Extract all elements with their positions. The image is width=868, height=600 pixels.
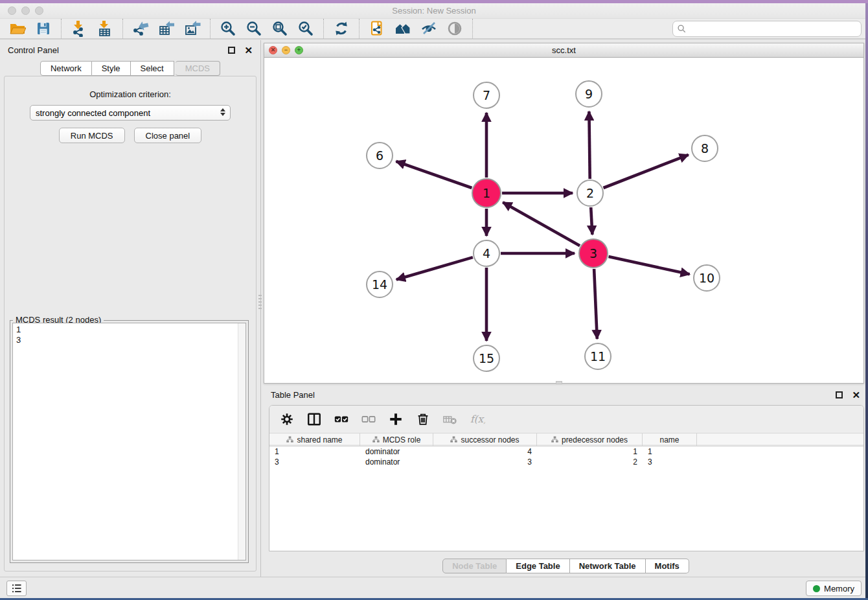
show-all-button[interactable] bbox=[443, 19, 466, 38]
graph-node-3[interactable]: 3 bbox=[578, 238, 608, 268]
mcds-result-textarea[interactable]: 1 3 bbox=[12, 323, 246, 560]
zoom-in-icon bbox=[220, 20, 236, 37]
status-bar: Memory bbox=[0, 577, 868, 598]
tab-network-table[interactable]: Network Table bbox=[570, 559, 646, 573]
memory-button[interactable]: Memory bbox=[806, 581, 862, 596]
table-cell[interactable]: 1 bbox=[643, 446, 697, 457]
hierarchy-icon bbox=[450, 436, 457, 443]
function-builder-icon: f(x) bbox=[470, 411, 485, 427]
table-cell[interactable]: 3 bbox=[643, 457, 697, 467]
graph-node-10[interactable]: 10 bbox=[693, 264, 720, 292]
select-all-icon bbox=[334, 411, 349, 427]
graph-node-15[interactable]: 15 bbox=[473, 345, 500, 372]
graph-node-4[interactable]: 4 bbox=[473, 240, 500, 267]
export-table-button[interactable] bbox=[155, 19, 178, 38]
close-panel-icon[interactable]: ✕ bbox=[244, 47, 253, 54]
tab-select[interactable]: Select bbox=[131, 61, 174, 76]
column-header-predecessor-nodes[interactable]: predecessor nodes bbox=[537, 433, 643, 446]
toolbar-group bbox=[62, 19, 123, 38]
import-table-icon bbox=[97, 20, 113, 37]
delete-table-button bbox=[442, 411, 459, 427]
run-mcds-button[interactable]: Run MCDS bbox=[59, 128, 125, 143]
tab-node-table[interactable]: Node Table bbox=[442, 559, 507, 573]
import-table-button[interactable] bbox=[93, 19, 117, 38]
optimization-dropdown[interactable]: strongly connected component bbox=[30, 105, 231, 121]
graph-node-2[interactable]: 2 bbox=[577, 179, 604, 207]
float-panel-icon[interactable] bbox=[228, 47, 235, 54]
close-panel-button[interactable]: Close panel bbox=[134, 128, 202, 143]
search-box[interactable] bbox=[672, 21, 862, 37]
table-cell[interactable]: 1 bbox=[537, 446, 643, 457]
vertical-splitter-handle[interactable] bbox=[258, 295, 262, 310]
zoom-selected-button[interactable] bbox=[294, 19, 317, 38]
search-input[interactable] bbox=[689, 23, 861, 36]
edge-3-11[interactable] bbox=[594, 269, 597, 339]
export-image-button[interactable] bbox=[181, 19, 204, 38]
tab-mcds[interactable]: MCDS bbox=[176, 61, 220, 76]
graph-node-14[interactable]: 14 bbox=[366, 271, 393, 298]
zoom-out-icon bbox=[246, 20, 262, 37]
graph-node-6[interactable]: 6 bbox=[366, 142, 393, 169]
edge-3-10[interactable] bbox=[609, 257, 690, 274]
zoom-fit-icon bbox=[271, 20, 288, 37]
zoom-window-button[interactable] bbox=[35, 6, 43, 15]
deselect-all-button[interactable] bbox=[360, 411, 377, 427]
save-session-button[interactable] bbox=[32, 19, 55, 38]
column-settings-button[interactable] bbox=[279, 411, 295, 427]
zoom-fit-button[interactable] bbox=[268, 19, 291, 38]
table-row[interactable]: 3dominator323 bbox=[269, 457, 863, 467]
network-close-icon[interactable]: ✕ bbox=[269, 46, 277, 54]
delete-column-button[interactable] bbox=[415, 411, 431, 427]
first-neighbors-button[interactable] bbox=[391, 19, 415, 38]
table-row[interactable]: 1dominator411 bbox=[269, 446, 863, 457]
tab-edge-table[interactable]: Edge Table bbox=[507, 559, 569, 573]
edge-3-1[interactable] bbox=[503, 202, 580, 246]
close-table-panel-icon[interactable]: ✕ bbox=[852, 391, 860, 398]
graph-node-7[interactable]: 7 bbox=[473, 82, 500, 109]
network-canvas[interactable]: 1234678910111415 bbox=[264, 58, 863, 383]
table-cell[interactable]: 3 bbox=[433, 457, 537, 467]
edge-4-14[interactable] bbox=[396, 257, 473, 279]
column-header-name[interactable]: name bbox=[643, 433, 697, 446]
export-network-button[interactable] bbox=[129, 19, 152, 38]
network-minimize-icon[interactable]: − bbox=[282, 46, 290, 54]
close-window-button[interactable] bbox=[8, 6, 16, 15]
edge-2-8[interactable] bbox=[604, 155, 689, 188]
float-table-panel-icon[interactable] bbox=[836, 391, 843, 398]
column-header-shared-name[interactable]: shared name bbox=[269, 433, 360, 446]
graph-node-9[interactable]: 9 bbox=[575, 80, 602, 108]
open-session-button[interactable] bbox=[6, 19, 29, 38]
zoom-in-button[interactable] bbox=[216, 19, 240, 38]
refresh-layout-button[interactable] bbox=[330, 19, 353, 38]
table-cell[interactable]: 4 bbox=[433, 446, 537, 457]
table-cell[interactable]: dominator bbox=[360, 457, 433, 467]
edge-2-3[interactable] bbox=[591, 207, 592, 235]
table-cell[interactable]: 3 bbox=[269, 457, 360, 467]
add-column-button[interactable] bbox=[387, 411, 404, 427]
tab-network[interactable]: Network bbox=[40, 61, 92, 76]
import-network-button[interactable] bbox=[67, 19, 91, 38]
split-view-button[interactable] bbox=[306, 411, 323, 427]
task-history-button[interactable] bbox=[6, 581, 27, 596]
select-all-button[interactable] bbox=[333, 411, 350, 427]
tab-motifs[interactable]: Motifs bbox=[646, 559, 689, 573]
tab-style[interactable]: Style bbox=[92, 61, 131, 76]
horizontal-splitter-handle[interactable] bbox=[556, 381, 562, 384]
table-cell[interactable]: dominator bbox=[360, 446, 433, 457]
clone-network-button[interactable] bbox=[365, 19, 389, 38]
column-header-successor-nodes[interactable]: successor nodes bbox=[433, 433, 537, 446]
network-window-titlebar[interactable]: ✕ − + scc.txt bbox=[264, 43, 863, 58]
zoom-out-button[interactable] bbox=[242, 19, 266, 38]
network-maximize-icon[interactable]: + bbox=[295, 46, 303, 54]
table-cell[interactable]: 2 bbox=[537, 457, 643, 467]
table-cell[interactable]: 1 bbox=[269, 446, 360, 457]
graph-node-11[interactable]: 11 bbox=[584, 343, 611, 370]
hide-selection-button[interactable] bbox=[417, 19, 440, 38]
graph-node-1[interactable]: 1 bbox=[472, 178, 501, 208]
minimize-window-button[interactable] bbox=[21, 6, 30, 15]
edge-2-9[interactable] bbox=[589, 111, 589, 179]
result-scrollbar[interactable] bbox=[238, 323, 246, 560]
column-header-MCDS-role[interactable]: MCDS role bbox=[360, 433, 433, 446]
edge-1-6[interactable] bbox=[396, 161, 472, 188]
graph-node-8[interactable]: 8 bbox=[691, 135, 718, 162]
